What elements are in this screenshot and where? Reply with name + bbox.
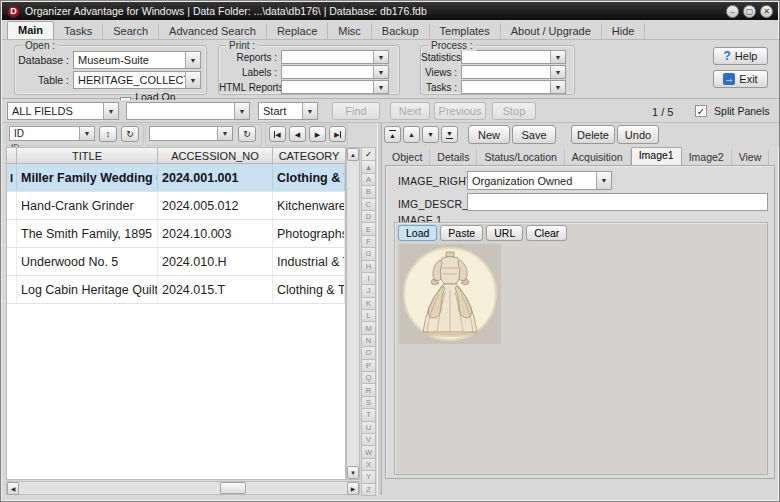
- chevron-down-icon[interactable]: ▼: [185, 52, 200, 68]
- tab-search[interactable]: Search: [103, 23, 159, 39]
- print-combobox-html-reports-[interactable]: ▼: [281, 80, 389, 94]
- alphabet-filter-a[interactable]: A: [361, 173, 376, 186]
- stop-button[interactable]: Stop: [492, 102, 536, 120]
- search-input-combobox[interactable]: ▼: [126, 102, 250, 120]
- tab-misc[interactable]: Misc: [328, 23, 372, 39]
- chevron-down-icon[interactable]: ▼: [217, 127, 232, 140]
- last-record-button-right[interactable]: ▼: [441, 126, 458, 143]
- chevron-down-icon[interactable]: ▼: [103, 103, 118, 119]
- chevron-down-icon[interactable]: ▼: [550, 51, 565, 63]
- alphabet-filter-e[interactable]: E: [361, 222, 376, 235]
- url-image-button[interactable]: URL: [486, 225, 523, 241]
- tab-hide[interactable]: Hide: [602, 23, 646, 39]
- alphabet-filter-g[interactable]: G: [361, 247, 376, 260]
- alphabet-filter-q[interactable]: Q: [361, 371, 376, 384]
- alphabet-filter-o[interactable]: O: [361, 346, 376, 359]
- new-button[interactable]: New: [468, 125, 510, 144]
- save-button[interactable]: Save: [512, 125, 556, 144]
- tab-advanced-search[interactable]: Advanced Search: [159, 23, 267, 39]
- scroll-up-icon[interactable]: ▲: [347, 148, 359, 161]
- tab-about-upgrade[interactable]: About / Upgrade: [501, 23, 602, 39]
- chevron-down-icon[interactable]: ▼: [550, 66, 565, 78]
- alphabet-filter-u[interactable]: U: [361, 421, 376, 434]
- alphabet-scroll-up-icon[interactable]: ▲: [361, 160, 376, 173]
- alphabet-filter-n[interactable]: N: [361, 334, 376, 347]
- alphabet-filter-x[interactable]: X: [361, 458, 376, 471]
- table-row[interactable]: IMiller Family Wedding Go2024.001.001Clo…: [7, 164, 345, 192]
- chevron-down-icon[interactable]: ▼: [550, 81, 565, 93]
- filter-combobox[interactable]: ▼: [149, 126, 233, 141]
- all-records-checkmark-icon[interactable]: ✓: [361, 147, 376, 161]
- alphabet-filter-t[interactable]: T: [361, 408, 376, 421]
- paste-image-button[interactable]: Paste: [440, 225, 483, 241]
- alphabet-filter-i[interactable]: I: [361, 272, 376, 285]
- tab-templates[interactable]: Templates: [430, 23, 501, 39]
- alphabet-filter-w[interactable]: W: [361, 445, 376, 458]
- sort-field-combobox[interactable]: ID ▼: [9, 126, 95, 141]
- clear-image-button[interactable]: Clear: [526, 225, 567, 241]
- table-row[interactable]: Underwood No. 52024.010.HIndustrial & Tr: [7, 248, 345, 276]
- maximize-icon[interactable]: ▢: [743, 5, 756, 18]
- tab-image1[interactable]: Image1: [631, 147, 682, 165]
- alphabet-filter-m[interactable]: M: [361, 321, 376, 334]
- tab-view[interactable]: View: [732, 150, 770, 165]
- help-button[interactable]: ? Help: [713, 47, 768, 65]
- alphabet-filter-v[interactable]: V: [361, 433, 376, 446]
- horizontal-scroll-thumb[interactable]: [220, 482, 246, 494]
- tab-acquisition[interactable]: Acquisition: [565, 150, 631, 165]
- next-record-button[interactable]: ▶: [309, 126, 326, 142]
- undo-button[interactable]: Undo: [617, 125, 659, 144]
- tab-details[interactable]: Details: [430, 150, 477, 165]
- alphabet-filter-h[interactable]: H: [361, 260, 376, 273]
- tab-object[interactable]: Object: [385, 150, 430, 165]
- chevron-down-icon[interactable]: ▼: [234, 103, 249, 119]
- filter-refresh-button[interactable]: ↻: [238, 126, 256, 142]
- alphabet-filter-d[interactable]: D: [361, 210, 376, 223]
- chevron-down-icon[interactable]: ▼: [185, 72, 200, 88]
- table-horizontal-scrollbar[interactable]: ◀ ▶: [6, 481, 360, 495]
- table-row[interactable]: Hand-Crank Grinder2024.005.012Kitchenwar…: [7, 192, 345, 220]
- split-panels-checkbox[interactable]: ✓: [695, 105, 707, 117]
- next-button[interactable]: Next: [390, 102, 430, 120]
- first-record-button-right[interactable]: ▲: [384, 126, 401, 143]
- table-row[interactable]: Log Cabin Heritage Quilt2024.015.TClothi…: [7, 276, 345, 304]
- process-combobox-tasks-[interactable]: ▼: [461, 80, 566, 94]
- process-combobox-statistics-[interactable]: ▼: [461, 50, 566, 64]
- alphabet-filter-s[interactable]: S: [361, 396, 376, 409]
- process-combobox-views-[interactable]: ▼: [461, 65, 566, 79]
- last-record-button[interactable]: ▶: [329, 126, 346, 142]
- alphabet-filter-c[interactable]: C: [361, 198, 376, 211]
- find-button[interactable]: Find: [332, 102, 380, 120]
- chevron-down-icon[interactable]: ▼: [596, 172, 611, 189]
- field-selector-combobox[interactable]: ALL FIELDS ▼: [7, 102, 119, 120]
- scroll-left-icon[interactable]: ◀: [7, 482, 19, 495]
- alphabet-filter-y[interactable]: Y: [361, 470, 376, 483]
- tab-image2[interactable]: Image2: [682, 150, 732, 165]
- chevron-down-icon[interactable]: ▼: [373, 51, 388, 63]
- print-combobox-labels-[interactable]: ▼: [281, 65, 389, 79]
- column-header-category[interactable]: CATEGORY: [273, 147, 346, 164]
- column-header-accession_no[interactable]: ACCESSION_NO: [158, 147, 273, 164]
- table-row[interactable]: The Smith Family, 18952024.10.003Photogr…: [7, 220, 345, 248]
- previous-record-button[interactable]: ◀: [289, 126, 306, 142]
- alphabet-filter-r[interactable]: R: [361, 383, 376, 396]
- alphabet-filter-j[interactable]: J: [361, 284, 376, 297]
- alphabet-filter-k[interactable]: K: [361, 297, 376, 310]
- tab-backup[interactable]: Backup: [372, 23, 430, 39]
- chevron-down-icon[interactable]: ▼: [79, 127, 94, 140]
- alphabet-filter-z[interactable]: Z: [361, 483, 376, 496]
- refresh-button[interactable]: ↻: [121, 126, 139, 142]
- image-description-input[interactable]: [467, 193, 768, 211]
- exit-button[interactable]: → Exit: [713, 70, 768, 88]
- image-rights-combobox[interactable]: Organization Owned ▼: [467, 171, 612, 190]
- table-vertical-scrollbar[interactable]: ▲ ▼: [346, 147, 360, 480]
- chevron-down-icon[interactable]: ▼: [373, 81, 388, 93]
- scroll-down-icon[interactable]: ▼: [347, 466, 359, 479]
- database-combobox[interactable]: Museum-Suite ▼: [73, 51, 201, 69]
- delete-button[interactable]: Delete: [571, 125, 615, 144]
- load-image-button[interactable]: Load: [398, 225, 437, 241]
- previous-button[interactable]: Previous: [434, 102, 486, 120]
- tab-main[interactable]: Main: [7, 21, 54, 39]
- alphabet-filter-l[interactable]: L: [361, 309, 376, 322]
- minimize-icon[interactable]: –: [726, 5, 739, 18]
